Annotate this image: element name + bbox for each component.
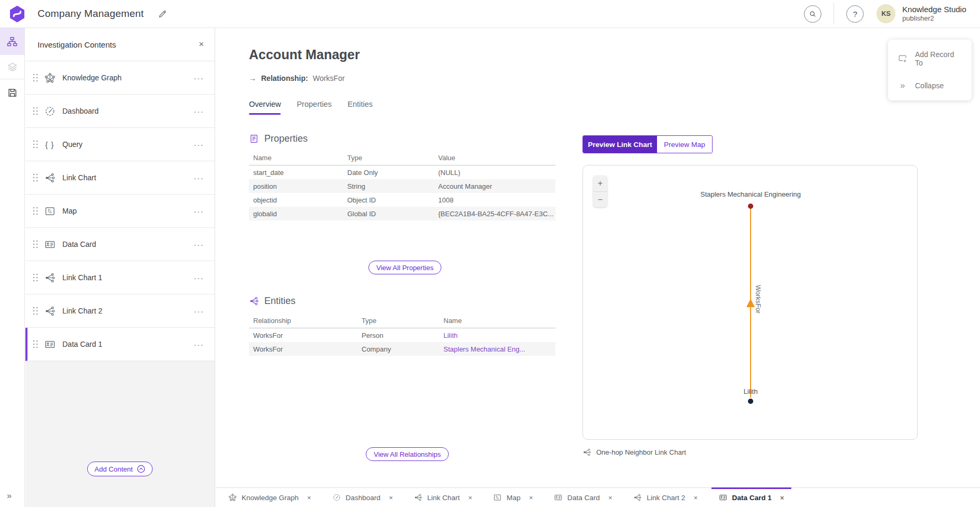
- drag-handle-icon[interactable]: [32, 139, 39, 150]
- avatar[interactable]: KS: [876, 4, 895, 23]
- breadcrumb: → Relationship: WorksFor: [248, 73, 345, 82]
- close-tab-icon[interactable]: ×: [529, 494, 533, 502]
- user-info: Knowledge Studio publisher2: [902, 5, 966, 22]
- property-type: String: [343, 182, 434, 190]
- property-name: objectid: [249, 196, 343, 204]
- zoom-controls: + −: [593, 176, 607, 207]
- tab-map[interactable]: Map ×: [486, 488, 540, 507]
- item-menu-icon[interactable]: ···: [194, 173, 205, 182]
- sidebar-item-map[interactable]: Map ···: [25, 195, 215, 228]
- tab-data-card-1[interactable]: Data Card 1 ×: [711, 488, 792, 507]
- menu-item-collapse[interactable]: » Collapse: [888, 74, 972, 97]
- sidebar-header: Investigation Contents ×: [25, 28, 215, 61]
- knowledge-graph-icon: [228, 493, 237, 502]
- tab-label: Knowledge Graph: [242, 494, 299, 502]
- entity-name-link[interactable]: Lilith: [439, 331, 556, 339]
- sidebar-item-query[interactable]: { } Query ···: [25, 128, 215, 161]
- view-all-properties-button[interactable]: View All Properties: [368, 261, 441, 274]
- sidebar-item-label: Map: [62, 207, 194, 215]
- help-button[interactable]: ?: [846, 5, 864, 23]
- tab-label: Data Card 1: [732, 494, 772, 502]
- table-row: globalid Global ID {BEC2A1B4-BA25-4CFF-8…: [249, 207, 556, 220]
- chart-node-person[interactable]: [748, 399, 753, 404]
- user-name: Knowledge Studio: [902, 5, 966, 14]
- sidebar-item-dashboard[interactable]: Dashboard ···: [25, 95, 215, 128]
- sidebar-item-link-chart-2[interactable]: Link Chart 2 ···: [25, 294, 215, 328]
- sidebar-item-label: Link Chart: [62, 173, 194, 182]
- tab-link-chart[interactable]: Link Chart ×: [406, 488, 479, 507]
- entities-table-header: Relationship Type Name: [249, 314, 556, 328]
- link-chart-icon: [414, 493, 422, 502]
- zoom-out-button[interactable]: −: [593, 191, 607, 207]
- link-chart-icon: [44, 306, 56, 317]
- entity-name-link[interactable]: Staplers Mechanical Eng...: [439, 345, 556, 353]
- tab-entities[interactable]: Entities: [348, 100, 373, 115]
- knowledge-graph-icon: [44, 72, 56, 84]
- item-menu-icon[interactable]: ···: [194, 307, 205, 316]
- close-tab-icon[interactable]: ×: [694, 494, 698, 502]
- sidebar-item-link-chart-1[interactable]: Link Chart 1 ···: [25, 261, 215, 294]
- sidebar-title: Investigation Contents: [38, 40, 199, 49]
- record-detail-panel: Account Manager → Relationship: WorksFor…: [216, 28, 980, 487]
- item-menu-icon[interactable]: ···: [194, 207, 205, 216]
- tab-knowledge-graph[interactable]: Knowledge Graph ×: [221, 488, 319, 507]
- sidebar-item-data-card-1[interactable]: Data Card 1 ···: [25, 328, 215, 361]
- data-card-icon: [44, 339, 56, 350]
- chart-node-label-company: Staplers Mechanical Engineering: [700, 190, 801, 198]
- tab-dashboard[interactable]: Dashboard ×: [325, 488, 401, 507]
- tab-overview[interactable]: Overview: [249, 100, 281, 115]
- sidebar-item-label: Knowledge Graph: [62, 73, 194, 82]
- close-tab-icon[interactable]: ×: [468, 494, 473, 502]
- link-chart-icon: [633, 493, 642, 502]
- search-button[interactable]: [804, 5, 821, 23]
- preview-link-chart-button[interactable]: Preview Link Chart: [583, 136, 657, 153]
- close-tab-icon[interactable]: ×: [608, 494, 613, 502]
- rail-layers-button[interactable]: [0, 55, 24, 78]
- drag-handle-icon[interactable]: [32, 238, 39, 250]
- item-menu-icon[interactable]: ···: [194, 140, 205, 149]
- drag-handle-icon[interactable]: [32, 338, 39, 350]
- drag-handle-icon[interactable]: [32, 305, 39, 317]
- preview-map-button[interactable]: Preview Map: [657, 136, 712, 153]
- chart-node-company[interactable]: [748, 204, 753, 209]
- chart-edge-arrowhead: [746, 299, 755, 307]
- tab-link-chart-2[interactable]: Link Chart 2 ×: [626, 488, 705, 507]
- item-menu-icon[interactable]: ···: [194, 107, 205, 116]
- tab-data-card[interactable]: Data Card ×: [547, 488, 620, 507]
- entity-relationship: WorksFor: [249, 345, 357, 353]
- item-menu-icon[interactable]: ···: [194, 340, 205, 349]
- breadcrumb-value: WorksFor: [313, 74, 345, 82]
- drag-handle-icon[interactable]: [32, 272, 39, 283]
- preview-toggle: Preview Link Chart Preview Map: [583, 135, 713, 153]
- close-icon[interactable]: ×: [199, 39, 204, 50]
- add-content-button[interactable]: Add Content: [87, 462, 153, 476]
- close-tab-icon[interactable]: ×: [780, 494, 784, 502]
- drag-handle-icon[interactable]: [32, 105, 39, 117]
- map-icon: [493, 493, 502, 502]
- close-tab-icon[interactable]: ×: [307, 494, 311, 502]
- drag-handle-icon[interactable]: [32, 72, 39, 84]
- sidebar-item-link-chart[interactable]: Link Chart ···: [25, 161, 215, 195]
- drag-handle-icon[interactable]: [32, 205, 39, 217]
- top-bar-right: ? KS Knowledge Studio publisher2: [804, 3, 980, 24]
- view-all-relationships-button[interactable]: View All Relationships: [366, 447, 449, 461]
- expand-panel-icon[interactable]: »: [7, 491, 12, 501]
- rail-investigation-contents-button[interactable]: [0, 28, 24, 55]
- sidebar-item-knowledge-graph[interactable]: Knowledge Graph ···: [25, 61, 215, 95]
- edit-title-pencil-icon[interactable]: [158, 9, 168, 19]
- menu-item-add-record-to[interactable]: Add Record To: [888, 43, 972, 74]
- sidebar-item-label: Link Chart 1: [62, 273, 194, 282]
- item-menu-icon[interactable]: ···: [194, 240, 205, 249]
- tab-properties[interactable]: Properties: [297, 100, 331, 115]
- rail-save-button[interactable]: [0, 80, 24, 105]
- close-tab-icon[interactable]: ×: [389, 494, 393, 502]
- chevron-up-icon: [137, 465, 145, 473]
- item-menu-icon[interactable]: ···: [194, 73, 205, 82]
- table-row: position String Account Manager: [249, 179, 556, 193]
- item-menu-icon[interactable]: ···: [194, 273, 205, 282]
- entity-type: Company: [357, 345, 439, 353]
- drag-handle-icon[interactable]: [32, 172, 39, 183]
- zoom-in-button[interactable]: +: [593, 176, 607, 191]
- entities-section-title: Entities: [264, 296, 295, 307]
- sidebar-item-data-card[interactable]: Data Card ···: [25, 228, 215, 261]
